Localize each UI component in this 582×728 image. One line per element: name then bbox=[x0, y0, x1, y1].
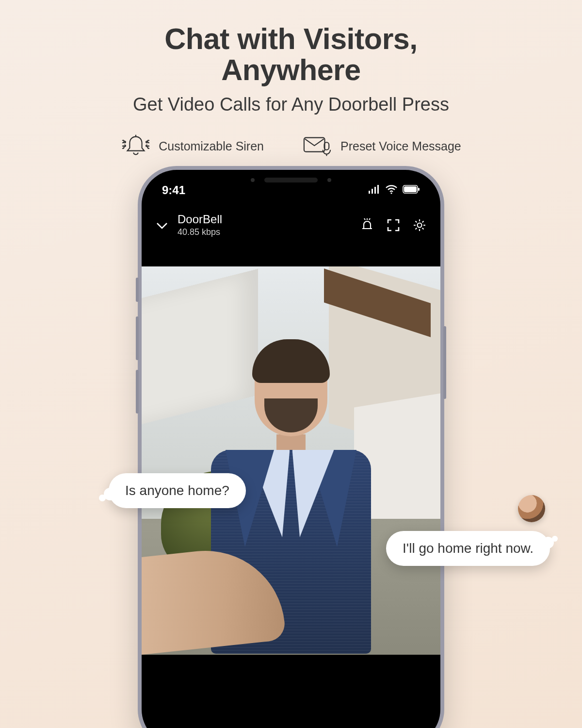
wifi-icon bbox=[385, 184, 398, 196]
settings-button[interactable] bbox=[412, 218, 427, 232]
fullscreen-button[interactable] bbox=[386, 218, 401, 232]
svg-rect-5 bbox=[418, 188, 420, 191]
bitrate-label: 40.85 kbps bbox=[178, 227, 360, 237]
phone-side-button bbox=[136, 316, 139, 360]
title-line-2: Anywhere bbox=[221, 53, 361, 86]
svg-rect-4 bbox=[404, 186, 417, 192]
title-line-1: Chat with Visitors, bbox=[164, 22, 418, 55]
live-video-feed[interactable] bbox=[142, 266, 440, 655]
svg-point-2 bbox=[390, 192, 392, 194]
phone-side-button bbox=[136, 278, 139, 302]
chat-bubble-visitor: Is anyone home? bbox=[109, 473, 246, 508]
back-button[interactable] bbox=[155, 218, 169, 232]
page-subtitle: Get Video Calls for Any Doorbell Press bbox=[0, 94, 582, 115]
phone-mockup: 9:41 DoorBell bbox=[138, 166, 444, 728]
feature-voice: Preset Voice Message bbox=[303, 133, 461, 159]
hero: Chat with Visitors, Anywhere Get Video C… bbox=[0, 0, 582, 159]
app-header: DoorBell 40.85 kbps bbox=[142, 199, 440, 242]
battery-icon bbox=[403, 185, 420, 196]
owner-avatar bbox=[518, 495, 545, 522]
device-name: DoorBell bbox=[178, 213, 360, 226]
siren-bell-icon bbox=[121, 133, 151, 159]
feature-voice-label: Preset Voice Message bbox=[340, 139, 461, 153]
siren-toggle-button[interactable] bbox=[360, 218, 374, 232]
svg-point-6 bbox=[418, 223, 422, 227]
phone-notch bbox=[230, 170, 352, 190]
phone-side-button bbox=[136, 370, 139, 414]
phone-side-button bbox=[443, 326, 446, 399]
status-time: 9:41 bbox=[162, 183, 185, 197]
feature-siren: Customizable Siren bbox=[121, 133, 264, 159]
page-title: Chat with Visitors, Anywhere bbox=[0, 23, 582, 85]
chat-owner-text: I'll go home right now. bbox=[403, 541, 534, 556]
chat-visitor-text: Is anyone home? bbox=[125, 483, 229, 498]
cellular-icon bbox=[368, 185, 380, 196]
feature-siren-label: Customizable Siren bbox=[159, 139, 264, 153]
voice-message-icon bbox=[303, 133, 333, 159]
chat-bubble-owner: I'll go home right now. bbox=[386, 531, 550, 566]
svg-rect-0 bbox=[304, 138, 325, 152]
feature-row: Customizable Siren Preset Voice Message bbox=[0, 133, 582, 159]
